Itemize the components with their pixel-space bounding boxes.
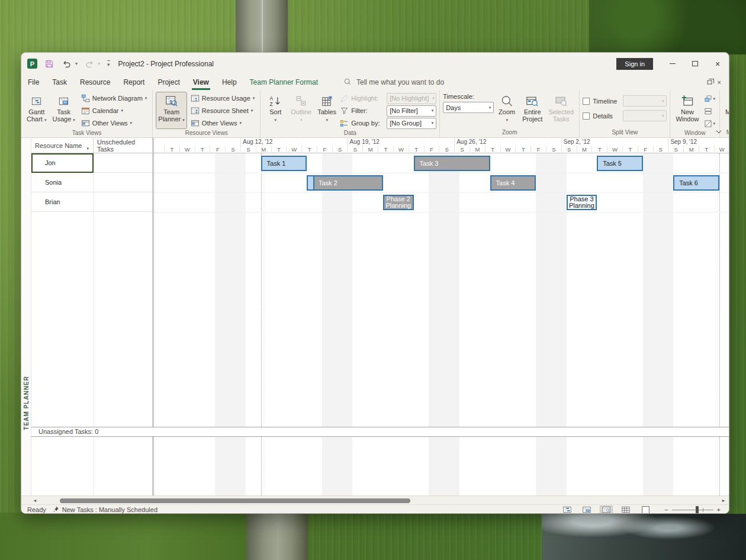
week-label[interactable]: Sep 9, '12 [668, 138, 729, 146]
details-checkbox[interactable]: Details [583, 110, 617, 121]
close-ribbon-icon[interactable]: × [718, 79, 721, 85]
day-header-cell[interactable]: S [348, 146, 363, 153]
day-header-cell[interactable]: W [393, 146, 409, 153]
status-view-resource-sheet[interactable] [619, 506, 632, 514]
week-label[interactable]: Aug 12, '12 [240, 138, 348, 146]
day-header-cell[interactable]: F [317, 146, 332, 153]
day-header-cell[interactable]: F [210, 146, 225, 153]
week-label[interactable]: Aug 26, '12 [454, 138, 561, 146]
pane-divider[interactable] [152, 138, 154, 495]
tab-view[interactable]: View [186, 75, 216, 90]
tab-task[interactable]: Task [46, 75, 73, 90]
group-by-dropdown[interactable]: [No Group]▾ [387, 118, 436, 129]
tab-team-planner-format[interactable]: Team Planner Format [243, 75, 324, 90]
column-header-resource-name[interactable]: Resource Name▾ [31, 138, 94, 153]
day-header-cell[interactable]: W [286, 146, 301, 153]
zoom-slider-thumb[interactable] [696, 506, 699, 514]
calendar-button[interactable]: Calendar▾ [79, 105, 149, 117]
task-bar-task-3[interactable]: Task 3 [414, 156, 490, 171]
unassigned-tasks-band[interactable]: Unassigned Tasks: 0 [31, 427, 729, 437]
sign-in-button[interactable]: Sign in [616, 58, 653, 70]
new-tasks-mode[interactable]: New Tasks : Manually Scheduled [52, 506, 157, 514]
zoom-out-icon[interactable]: − [664, 506, 668, 513]
day-header-cell[interactable]: F [530, 146, 546, 153]
hide-window-button[interactable]: ▾ [703, 118, 717, 129]
restore-ribbon-icon[interactable] [708, 81, 712, 85]
column-header-unscheduled-tasks[interactable]: Unscheduled Tasks [94, 138, 152, 153]
day-header-cell[interactable]: S [332, 146, 348, 153]
status-view-task-usage[interactable] [580, 506, 593, 514]
gantt-chart-button[interactable]: GanttChart ▾ [24, 92, 49, 129]
task-bar-task-5[interactable]: Task 5 [597, 156, 642, 171]
selected-tasks-button[interactable]: SelectedTasks [546, 92, 576, 128]
other-views-resource-button[interactable]: Other Views▾ [188, 117, 257, 129]
resource-usage-button[interactable]: Resource Usage▾ [188, 92, 257, 104]
day-header-cell[interactable]: W [607, 146, 622, 153]
timescale-week-row[interactable]: Aug 12, '12Aug 19, '12Aug 26, '12Sep 2, … [154, 138, 729, 146]
day-header-cell[interactable]: T [485, 146, 500, 153]
day-header-cell[interactable]: S [454, 146, 470, 153]
tab-resource[interactable]: Resource [73, 75, 117, 90]
horizontal-scrollbar[interactable]: ◄ ► [21, 495, 729, 504]
day-header-cell[interactable]: F [424, 146, 439, 153]
week-label[interactable]: Sep 2, '12 [561, 138, 668, 146]
sort-button[interactable]: AZSort▾ [263, 92, 287, 129]
resource-name-cell[interactable]: Brian [31, 192, 94, 211]
day-header-cell[interactable]: T [622, 146, 638, 153]
day-header-cell[interactable]: W [714, 146, 729, 153]
undo-icon[interactable] [61, 58, 73, 70]
undo-dropdown-icon[interactable]: ▾ [75, 61, 78, 66]
save-icon[interactable] [43, 58, 55, 70]
day-header-cell[interactable]: T [164, 146, 179, 153]
task-bar-phase-2-planning[interactable]: Phase 2Planning [383, 195, 414, 210]
close-button[interactable]: × [706, 53, 729, 75]
day-header-cell[interactable]: W [500, 146, 516, 153]
new-window-button[interactable]: NewWindow [673, 92, 701, 129]
tab-report[interactable]: Report [117, 75, 151, 90]
day-header-cell[interactable]: S [653, 146, 668, 153]
project-logo-icon[interactable]: P [27, 59, 37, 69]
day-header-cell[interactable]: T [301, 146, 317, 153]
day-header-cell[interactable]: M [362, 146, 378, 153]
day-header-cell[interactable]: S [668, 146, 683, 153]
day-header-cell[interactable]: M [683, 146, 699, 153]
zoom-button[interactable]: Zoom▾ [495, 92, 519, 128]
collapse-ribbon-icon[interactable] [717, 127, 723, 133]
task-bar-task-6[interactable]: Task 6 [673, 175, 719, 191]
timescale-day-row[interactable]: TWTFSSMTWTFSSMTWTFSSMTWTFSSMTWTFSSMTWT [154, 146, 729, 153]
macros-button[interactable]: Macros▾ [723, 92, 729, 128]
outline-button[interactable]: Outline▾ [288, 92, 314, 129]
day-header-cell[interactable]: T [699, 146, 714, 153]
highlight-dropdown[interactable]: [No Highlight]▾ [387, 93, 436, 104]
day-header-cell[interactable]: M [470, 146, 485, 153]
day-header-cell[interactable]: S [225, 146, 240, 153]
network-diagram-button[interactable]: Network Diagram▾ [79, 92, 149, 104]
resource-row-sonia[interactable]: Sonia [31, 173, 152, 192]
scroll-left-icon[interactable]: ◄ [31, 497, 39, 504]
zoom-slider[interactable]: − + [664, 506, 721, 514]
resource-row-brian[interactable]: Brian [31, 192, 152, 212]
zoom-in-icon[interactable]: + [717, 506, 721, 513]
day-header-cell[interactable]: M [256, 146, 271, 153]
status-view-gantt-chart[interactable] [561, 506, 574, 514]
column-filter-icon[interactable]: ▾ [86, 146, 89, 151]
maximize-button[interactable] [684, 53, 706, 75]
day-header-cell[interactable]: T [271, 146, 287, 153]
other-views-button[interactable]: Other Views▾ [79, 117, 149, 129]
day-header-cell[interactable]: S [240, 146, 256, 153]
minimize-button[interactable] [661, 53, 684, 75]
day-header-cell[interactable]: S [561, 146, 577, 153]
scrollbar-thumb[interactable] [60, 498, 410, 503]
tell-me-search[interactable]: Tell me what you want to do [343, 75, 444, 90]
week-label[interactable]: Aug 19, '12 [348, 138, 455, 146]
arrange-all-button[interactable] [703, 105, 717, 117]
customize-toolbar-icon[interactable]: ▾ [107, 60, 110, 67]
day-header-cell[interactable]: T [409, 146, 424, 153]
day-header-cell[interactable]: F [638, 146, 653, 153]
team-planner-button[interactable]: TeamPlanner ▾ [156, 92, 187, 129]
day-header-cell[interactable]: S [439, 146, 454, 153]
scroll-right-icon[interactable]: ► [719, 497, 728, 504]
resource-sheet-button[interactable]: Resource Sheet▾ [188, 105, 257, 117]
day-header-cell[interactable]: M [577, 146, 592, 153]
task-bar-task-2[interactable]: Task 2 [307, 175, 383, 191]
